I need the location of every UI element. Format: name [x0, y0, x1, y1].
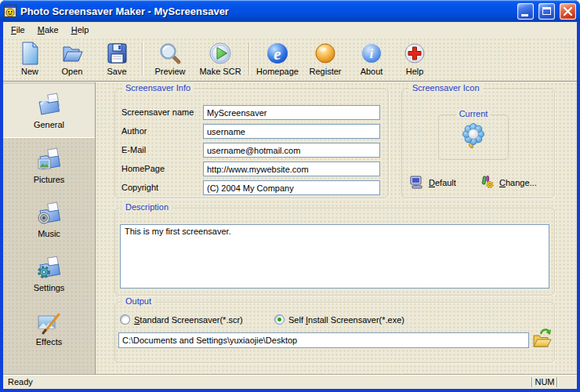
email-input[interactable] — [203, 143, 380, 158]
titlebar[interactable]: Photo Screensaver Maker - MyScreensaver — [0, 0, 580, 22]
app-window: Photo Screensaver Maker - MyScreensaver … — [0, 0, 580, 392]
sidebar-item-effects[interactable]: Effects — [3, 300, 95, 354]
screensaver-info-group: Screensaver Info Screensaver name Author… — [114, 89, 389, 198]
menu-file[interactable]: File — [5, 24, 31, 36]
open-folder-icon — [60, 41, 85, 66]
description-group: Description This is my first screensaver… — [114, 208, 555, 296]
output-group: Output Standard Screensaver(*.scr) Self … — [114, 302, 555, 363]
svg-text:e: e — [274, 45, 281, 64]
general-folder-icon — [36, 92, 63, 118]
maximize-button[interactable] — [538, 3, 555, 20]
current-icon-box: Current — [438, 114, 509, 160]
computer-icon — [410, 176, 424, 189]
homepage-button[interactable]: e Homepage — [252, 41, 303, 76]
author-input[interactable] — [203, 124, 380, 139]
browse-folder-button[interactable] — [532, 326, 553, 350]
group-caption: Screensaver Icon — [409, 83, 483, 93]
field-label: Author — [121, 126, 147, 136]
maximize-icon — [542, 7, 551, 15]
field-row: Copyright — [121, 180, 382, 196]
homepage-globe-icon: e — [265, 41, 290, 66]
field-label: Copyright — [121, 183, 158, 192]
description-textarea[interactable]: This is my first screensaver. — [120, 224, 549, 289]
minimize-button[interactable] — [517, 3, 534, 20]
copyright-input[interactable] — [203, 180, 380, 195]
status-text: Ready — [8, 377, 33, 387]
radio-circle-icon[interactable] — [120, 314, 130, 325]
help-cross-icon — [402, 41, 427, 66]
main-area: General Pictures — [3, 82, 577, 374]
tools-icon — [480, 176, 495, 189]
new-document-icon — [17, 41, 42, 66]
sidebar: General Pictures — [3, 82, 96, 374]
rosette-award-icon — [458, 122, 489, 153]
menubar: File Make Help — [3, 22, 577, 38]
radio-standard-screensaver[interactable]: Standard Screensaver(*.scr) — [120, 314, 243, 325]
smiley-window-icon — [4, 5, 16, 17]
num-lock-indicator: NUM — [535, 377, 555, 387]
window-body: File Make Help New Open — [3, 22, 577, 389]
toolbar-separator — [142, 42, 143, 75]
make-scr-button[interactable]: Make SCR — [194, 41, 246, 76]
radio-self-install-screensaver[interactable]: Self Install Screensaver(*.exe) — [274, 314, 404, 325]
sidebar-item-general[interactable]: General — [3, 84, 95, 138]
content-panel: Screensaver Info Screensaver name Author… — [96, 82, 577, 374]
help-button[interactable]: Help — [395, 41, 434, 76]
toolbar: New Open — [3, 38, 577, 82]
group-caption: Screensaver Info — [122, 83, 194, 93]
pictures-folder-icon — [36, 147, 63, 173]
change-label: Change... — [499, 178, 537, 187]
field-row: Screensaver name — [121, 105, 382, 121]
default-icon-button[interactable]: Default — [410, 176, 456, 189]
field-row: E-Mail — [121, 143, 382, 158]
save-button[interactable]: Save — [94, 41, 140, 76]
new-button[interactable]: New — [9, 41, 50, 76]
change-icon-button[interactable]: Change... — [480, 176, 537, 189]
radio-self-install-label: Self Install Screensaver(*.exe) — [288, 315, 404, 325]
effects-picture-icon — [36, 309, 63, 336]
make-scr-play-icon — [208, 41, 233, 66]
group-caption: Output — [122, 296, 154, 306]
close-button[interactable] — [560, 3, 576, 20]
menu-help[interactable]: Help — [65, 24, 96, 36]
about-info-icon: i — [359, 41, 384, 66]
statusbar-separator — [531, 377, 533, 387]
sidebar-item-music[interactable]: Music — [3, 192, 95, 246]
homepage-input[interactable] — [203, 162, 380, 176]
field-label: Screensaver name — [121, 107, 194, 117]
group-caption: Description — [122, 202, 172, 212]
settings-folder-icon — [36, 255, 63, 281]
statusbar-separator — [556, 377, 558, 387]
statusbar: Ready NUM — [3, 374, 577, 389]
current-caption: Current — [457, 109, 491, 118]
field-row: Author — [121, 124, 382, 140]
radio-circle-icon[interactable] — [274, 314, 285, 325]
music-folder-icon — [36, 201, 63, 227]
field-row: HomePage — [121, 162, 382, 177]
window-title: Photo Screensaver Maker - MyScreensaver — [20, 5, 513, 17]
open-button[interactable]: Open — [50, 41, 94, 76]
toolbar-separator — [248, 42, 250, 75]
register-button[interactable]: Register — [303, 41, 348, 76]
preview-magnifier-icon — [158, 41, 183, 66]
preview-button[interactable]: Preview — [146, 41, 194, 76]
radio-standard-label: Standard Screensaver(*.scr) — [134, 315, 243, 325]
register-orb-icon — [313, 41, 338, 66]
svg-text:i: i — [370, 47, 374, 60]
default-label: Default — [429, 178, 456, 187]
minimize-icon — [521, 14, 528, 16]
menu-make[interactable]: Make — [31, 24, 65, 36]
screensaver-icon-group: Screensaver Icon Current — [401, 89, 555, 198]
open-folder-arrow-icon — [532, 326, 553, 350]
output-path-input[interactable] — [118, 332, 529, 348]
field-label: E-Mail — [121, 145, 146, 154]
save-floppy-icon — [104, 41, 129, 66]
screensaver-name-input[interactable] — [203, 105, 380, 120]
sidebar-item-pictures[interactable]: Pictures — [3, 138, 95, 192]
field-label: HomePage — [121, 164, 165, 173]
about-button[interactable]: i About — [348, 41, 395, 76]
radio-checked-dot — [277, 318, 281, 321]
close-icon — [560, 4, 575, 19]
sidebar-item-settings[interactable]: Settings — [3, 246, 95, 300]
